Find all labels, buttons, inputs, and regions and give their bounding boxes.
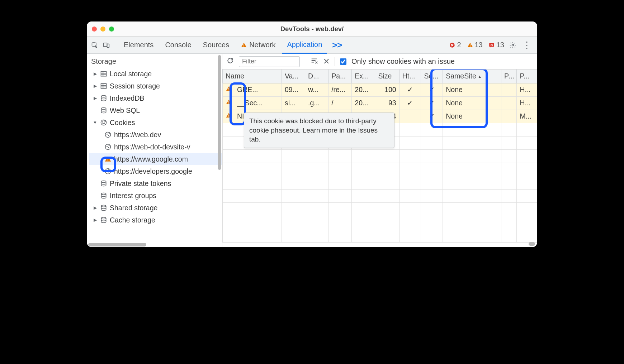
cell-value: si...	[282, 96, 305, 110]
error-icon	[449, 42, 455, 48]
clear-filter-button[interactable]	[310, 57, 318, 66]
warning-count[interactable]: 13	[465, 41, 485, 49]
sidebar-item-websql[interactable]: Web SQL	[89, 104, 222, 116]
only-issues-checkbox[interactable]	[340, 58, 346, 65]
sidebar-cookie-origin[interactable]: https://web.dev	[89, 129, 222, 141]
col-name[interactable]: Name	[223, 70, 282, 83]
sidebar-item-shared-storage[interactable]: ▶ Shared storage	[89, 202, 222, 214]
sidebar-item-cache-storage[interactable]: ▶ Cache storage	[89, 214, 222, 226]
sidebar-horizontal-scrollbar[interactable]	[88, 243, 221, 246]
error-count-value: 2	[457, 41, 461, 49]
filter-input[interactable]	[239, 56, 300, 67]
svg-point-34	[108, 172, 109, 172]
svg-point-19	[101, 108, 106, 110]
col-domain[interactable]: D...	[305, 70, 328, 83]
database-icon	[100, 106, 108, 114]
clear-all-button[interactable]: ✕	[323, 57, 330, 66]
caret-right-icon: ▶	[93, 217, 98, 222]
col-secure[interactable]: Se...	[421, 70, 443, 83]
tab-network[interactable]: Network	[236, 37, 280, 53]
sidebar-item-label: https://web.dev	[114, 131, 161, 139]
svg-point-33	[107, 171, 108, 171]
only-issues-label: Only show cookies with an issue	[351, 57, 455, 66]
col-expires[interactable]: Ex...	[352, 70, 375, 83]
tab-console[interactable]: Console	[160, 37, 196, 53]
cookie-blocked-tooltip: This cookie was blocked due to third-par…	[244, 112, 394, 148]
sidebar-item-private-state-tokens[interactable]: Private state tokens	[89, 177, 222, 190]
warning-icon	[226, 99, 232, 107]
col-priority[interactable]: P...	[517, 70, 537, 83]
cell-size: 100	[375, 83, 399, 96]
sidebar-cookie-origin[interactable]: https://web-dot-devsite-v	[89, 141, 222, 153]
issues-icon	[488, 42, 495, 48]
sidebar-item-indexeddb[interactable]: ▶ IndexedDB	[89, 92, 222, 104]
sidebar-item-local-storage[interactable]: ▶ Local storage	[89, 68, 222, 80]
device-toolbar-icon[interactable]	[101, 40, 111, 50]
table-row-empty	[223, 216, 537, 229]
col-httponly[interactable]: Ht...	[399, 70, 421, 83]
col-value[interactable]: Va...	[282, 70, 305, 83]
minimize-window-button[interactable]	[100, 27, 105, 32]
svg-rect-2	[107, 44, 109, 47]
col-size[interactable]: Size	[375, 70, 399, 83]
cell-name: __Sec...	[223, 96, 282, 110]
warning-icon	[226, 86, 232, 94]
table-row-empty	[223, 149, 537, 163]
database-icon	[100, 94, 108, 102]
sidebar-item-label: Web SQL	[110, 106, 140, 115]
tab-elements[interactable]: Elements	[119, 37, 159, 53]
close-window-button[interactable]	[92, 27, 97, 32]
svg-point-22	[104, 123, 105, 124]
cell-partition	[501, 83, 517, 96]
more-options-button[interactable]: ⋮	[519, 40, 534, 50]
sidebar-item-session-storage[interactable]: ▶ Session storage	[89, 80, 222, 92]
sidebar-cookie-origin[interactable]: https://developers.google	[89, 165, 222, 177]
caret-right-icon: ▶	[93, 205, 98, 210]
svg-point-26	[108, 135, 109, 136]
table-horizontal-scrollbar[interactable]	[529, 242, 535, 246]
svg-point-27	[105, 144, 111, 150]
error-count[interactable]: 2	[447, 41, 463, 49]
cookie-icon	[104, 143, 112, 151]
tab-application[interactable]: Application	[282, 37, 327, 54]
sidebar-vertical-scrollbar[interactable]	[218, 54, 221, 226]
sidebar-item-label: Session storage	[110, 82, 160, 90]
sidebar-item-interest-groups[interactable]: Interest groups	[89, 190, 222, 202]
divider	[115, 40, 115, 50]
table-row[interactable]: __Sec...si....g.../20...93✓✓NoneH...	[223, 96, 537, 110]
storage-sidebar: Storage ▶ Local storage ▶ Session storag…	[87, 54, 222, 247]
sidebar-item-label: Shared storage	[110, 204, 157, 212]
col-path[interactable]: Pa...	[328, 70, 352, 83]
svg-point-21	[103, 122, 103, 123]
issues-count[interactable]: 13	[486, 41, 506, 49]
cell-size: 93	[375, 96, 399, 110]
table-row[interactable]: GRE...09...w.../re...20...100✓✓NoneH...	[223, 83, 537, 96]
maximize-window-button[interactable]	[109, 27, 114, 32]
svg-rect-31	[108, 160, 108, 161]
sort-asc-icon: ▲	[478, 74, 482, 79]
col-partition[interactable]: P...	[501, 70, 517, 83]
svg-rect-6	[470, 44, 471, 46]
cell-priority: H...	[517, 83, 537, 96]
cell-samesite: None	[443, 83, 501, 96]
more-tabs-button[interactable]: >>	[328, 40, 346, 50]
table-row-empty	[223, 163, 537, 176]
svg-point-29	[108, 147, 109, 148]
svg-rect-49	[228, 116, 229, 117]
sidebar-item-cookies[interactable]: ▼ Cookies	[89, 116, 222, 129]
svg-point-28	[107, 146, 108, 147]
col-samesite[interactable]: SameSite▲	[443, 70, 501, 83]
table-row-empty	[223, 176, 537, 189]
sidebar-cookie-origin-selected[interactable]: https://www.google.com	[89, 153, 222, 165]
tab-elements-label: Elements	[124, 41, 153, 49]
main-area: Storage ▶ Local storage ▶ Session storag…	[87, 54, 537, 247]
divider	[335, 57, 335, 66]
tab-sources[interactable]: Sources	[198, 37, 234, 53]
caret-right-icon: ▶	[93, 83, 98, 88]
inspect-element-icon[interactable]	[90, 40, 100, 50]
cookies-table: Name Va... D... Pa... Ex... Size Ht... S…	[222, 70, 537, 243]
refresh-button[interactable]	[227, 57, 234, 66]
settings-icon[interactable]	[508, 40, 518, 50]
sidebar-item-label: Private state tokens	[110, 179, 171, 188]
svg-point-20	[101, 120, 107, 125]
